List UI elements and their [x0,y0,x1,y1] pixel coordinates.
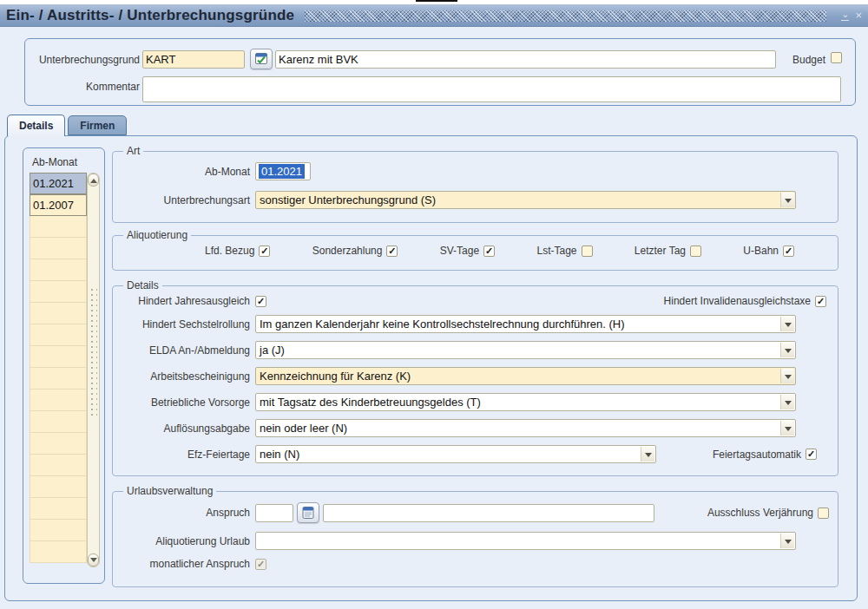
lfd-bezug-checkbox[interactable]: ✓ [259,246,270,257]
betriebliche-vorsorge-label: Betriebliche Vorsorge [118,396,255,409]
tab-firmen[interactable]: Firmen [68,115,127,135]
unterbrechungsgrund-name-value: Karenz mit BVK [279,53,358,66]
kommentar-field[interactable] [142,76,841,102]
unterbrechungsart-combo[interactable]: sonstiger Unterbrechungsgrund (S) [255,191,796,209]
efz-feiertage-value: nein (N) [260,448,299,461]
scrollbar-track-dots [89,287,97,416]
hindert-sechstelrollung-label: Hindert Sechstelrollung [118,318,255,331]
aufl-sungsabgabe-combo[interactable]: nein oder leer (N) [255,419,796,437]
detail-row-betriebliche-vorsorge: Betriebliche Vorsorgemit Tagsatz des Kin… [118,393,832,411]
lfd-bezug-label: Lfd. Bezug [205,245,254,257]
scroll-down-button[interactable] [88,553,99,566]
aliq-item-sonderzahlung: Sonderzahlung✓ [312,245,398,257]
abmonat-row-empty[interactable] [30,498,87,520]
window-drag-handle [416,0,457,2]
unterbrechungsart-value: sonstiger Unterbrechungsgrund (S) [260,193,436,206]
hindert-jahresausgleich-label: Hindert Jahresausgleich [118,295,255,307]
aliquotierung-urlaub-combo[interactable] [255,532,796,550]
abmonat-scrollbar[interactable] [87,173,100,567]
detail-row-elda-an-abmeldung: ELDA An-/Abmeldungja (J) [118,341,832,359]
art-abmonat-label: Ab-Monat [118,166,255,178]
abmonat-row-empty[interactable] [30,455,87,476]
feiertagsautomatik-checkbox[interactable]: ✓ [806,449,817,460]
group-urlaubsverwaltung-title: Urlaubsverwaltung [123,485,216,497]
close-window-icon[interactable]: × [855,10,862,21]
abmonat-row-empty[interactable] [30,303,87,324]
aliq-item-lfd-bezug: Lfd. Bezug✓ [205,245,270,257]
anspruch-text-field[interactable] [323,504,654,522]
restore-window-icon[interactable]: ⌄ [841,10,849,21]
hindert-sechstelrollung-combo[interactable]: Im ganzen Kalenderjahr keine Kontrollsec… [255,315,796,333]
chevron-down-icon[interactable] [641,447,654,462]
abmonat-row-empty[interactable] [30,390,87,411]
unterbrechungsgrund-code-field[interactable]: KART [142,50,245,69]
group-art: Art Ab-Monat 01.2021 Unterbrechungsart s… [112,145,838,223]
sonderzahlung-checkbox[interactable]: ✓ [386,246,398,257]
list-of-values-icon [254,52,268,66]
lst-tage-checkbox[interactable] [582,246,593,257]
efz-feiertage-label: Efz-Feiertage [118,449,255,461]
anspruch-editor-button[interactable] [297,502,319,523]
tab-details[interactable]: Details [7,115,65,136]
feiertagsautomatik-label: Feiertagsautomatik [713,449,801,461]
header-panel: Unterbrechungsgrund KART Karenz mit BVK … [24,38,856,106]
anspruch-field[interactable] [255,504,293,522]
abmonat-list: 01.202101.2007 [30,173,87,567]
betriebliche-vorsorge-value: mit Tagsatz des Kinderbetreuungsgeldes (… [260,396,481,409]
lov-lookup-button[interactable] [250,49,273,69]
chevron-down-icon[interactable] [780,395,794,409]
abmonat-row-empty[interactable] [30,259,87,281]
abmonat-row-empty[interactable] [30,346,87,368]
sv-tage-label: SV-Tage [440,245,479,257]
betriebliche-vorsorge-combo[interactable]: mit Tagsatz des Kinderbetreuungsgeldes (… [255,393,796,411]
abmonat-row-empty[interactable] [30,520,87,541]
abmonat-row-empty[interactable] [30,324,87,346]
sv-tage-checkbox[interactable]: ✓ [483,246,495,257]
ausschluss-verjaehrung-checkbox[interactable] [818,508,829,519]
details-rows: Hindert SechstelrollungIm ganzen Kalende… [118,315,832,437]
abmonat-row-01-2021[interactable]: 01.2021 [30,173,87,194]
arbeitsbescheinigung-label: Arbeitsbescheinigung [118,370,255,383]
abmonat-row-empty[interactable] [30,216,87,238]
group-art-title: Art [123,145,143,157]
chevron-down-icon[interactable] [780,369,794,383]
details-tab-panel: Ab-Monat 01.202101.2007 Art Ab-Monat 01.… [4,135,858,601]
abmonat-row-empty[interactable] [30,476,87,498]
aufl-sungsabgabe-value: nein oder leer (N) [260,422,347,435]
window-title: Ein- / Austritts- / Unterbrechungsgründe [6,7,294,24]
group-aliquotierung-title: Aliquotierung [123,229,191,241]
abmonat-row-empty[interactable] [30,433,87,455]
detail-row-arbeitsbescheinigung: ArbeitsbescheinigungKennzeichnung für Ka… [118,367,832,385]
arbeitsbescheinigung-combo[interactable]: Kennzeichnung für Karenz (K) [255,367,796,385]
u-bahn-checkbox[interactable]: ✓ [783,246,794,257]
elda-an-abmeldung-combo[interactable]: ja (J) [255,341,796,359]
art-abmonat-field[interactable]: 01.2021 [255,162,311,180]
notepad-icon [301,506,315,520]
letzter-tag-checkbox[interactable] [690,246,701,257]
sonderzahlung-label: Sonderzahlung [312,245,383,257]
arbeitsbescheinigung-value: Kennzeichnung für Karenz (K) [260,370,411,383]
abmonat-row-empty[interactable] [30,281,87,303]
abmonat-row-empty[interactable] [30,368,87,390]
chevron-down-icon[interactable] [780,421,794,435]
unterbrechungsgrund-name-field[interactable]: Karenz mit BVK [275,50,776,69]
chevron-down-icon[interactable] [780,317,794,331]
chevron-down-icon[interactable] [780,534,794,548]
elda-an-abmeldung-label: ELDA An-/Abmeldung [118,344,255,357]
hindert-invalidenausgleichstaxe-checkbox[interactable]: ✓ [815,296,826,307]
aufl-sungsabgabe-label: Auflösungsabgabe [118,422,255,435]
chevron-down-icon[interactable] [780,193,794,207]
abmonat-list-box: Ab-Monat 01.202101.2007 [23,147,105,584]
hindert-jahresausgleich-checkbox[interactable]: ✓ [255,296,266,307]
abmonat-row-empty[interactable] [30,411,87,433]
scroll-up-button[interactable] [88,174,99,187]
efz-feiertage-combo[interactable]: nein (N) [255,445,656,463]
hindert-sechstelrollung-value: Im ganzen Kalenderjahr keine Kontrollsec… [260,318,625,331]
abmonat-row-empty[interactable] [30,238,87,259]
budget-checkbox[interactable] [831,52,842,63]
selected-text: 01.2021 [259,164,305,179]
abmonat-row-01-2007[interactable]: 01.2007 [30,194,87,216]
chevron-down-icon[interactable] [780,343,794,357]
abmonat-row-empty[interactable] [30,541,87,563]
anspruch-label: Anspruch [118,507,255,519]
